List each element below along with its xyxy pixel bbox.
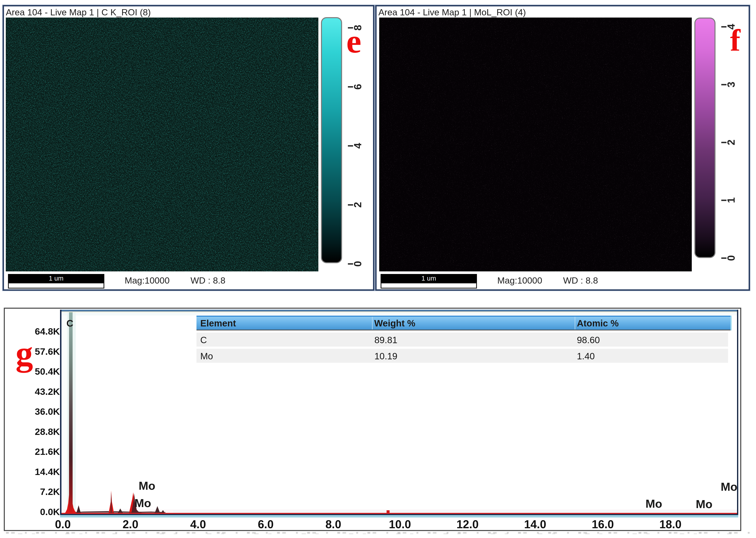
svg-text:Mo: Mo bbox=[721, 480, 737, 493]
